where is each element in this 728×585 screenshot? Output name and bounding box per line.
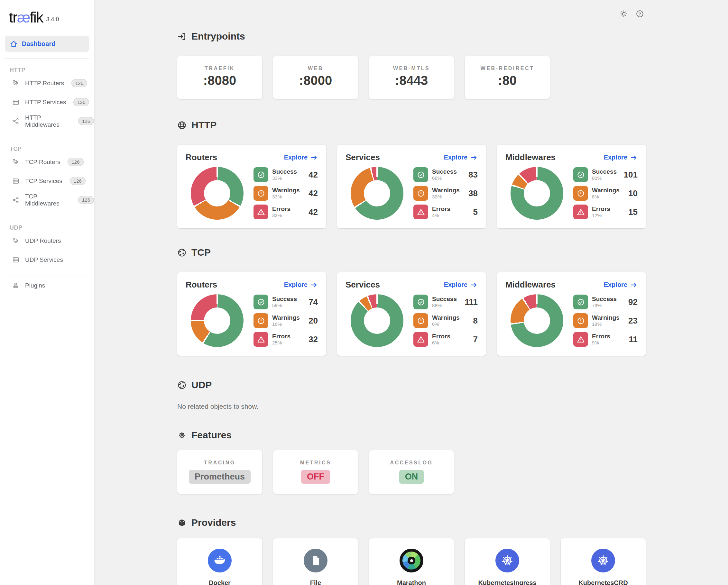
topbar-actions bbox=[620, 10, 644, 18]
help-icon[interactable] bbox=[636, 10, 644, 18]
success-icon bbox=[573, 295, 588, 310]
kubernetes-icon bbox=[591, 549, 615, 573]
providers-row: Docker File Marathon KubernetesIngress K… bbox=[177, 538, 728, 585]
errors-stat-row: Errors4% 5 bbox=[413, 205, 478, 219]
arrow-right-icon bbox=[310, 154, 318, 161]
entrypoints-section-title: Entrypoints bbox=[177, 31, 728, 42]
sidebar-section-http: HTTP bbox=[10, 67, 94, 74]
feature-card-accesslog: ACCESSLOG ON bbox=[369, 450, 454, 494]
status-donut-chart bbox=[350, 167, 404, 220]
count-badge: 126 bbox=[68, 158, 83, 166]
count-badge: 126 bbox=[78, 196, 94, 204]
count-badge: 126 bbox=[70, 177, 85, 185]
udp-section-title: UDP bbox=[177, 379, 728, 391]
warnings-stat-row: Warnings16% 20 bbox=[254, 313, 318, 328]
status-donut-chart bbox=[191, 167, 243, 220]
http-services-card: Services Explore Success66% 83 War bbox=[337, 145, 486, 228]
success-icon bbox=[254, 295, 268, 310]
entrypoint-card-web-mtls: WEB-MTLS :8443 bbox=[369, 56, 454, 99]
explore-link[interactable]: Explore bbox=[284, 154, 318, 161]
error-icon bbox=[254, 205, 268, 219]
errors-stat-row: Errors12% 15 bbox=[573, 205, 638, 219]
sidebar-item-http-middlewares[interactable]: HTTP Middlewares 126 bbox=[0, 112, 94, 131]
routers-icon bbox=[12, 158, 20, 166]
arrow-right-icon bbox=[470, 281, 478, 289]
features-section-title: Features bbox=[177, 430, 728, 441]
success-stat-row: Success80% 101 bbox=[573, 167, 638, 182]
services-icon bbox=[12, 256, 20, 264]
routers-icon bbox=[12, 237, 20, 245]
sidebar-item-udp-routers[interactable]: UDP Routers bbox=[0, 231, 94, 250]
success-icon bbox=[573, 167, 588, 182]
error-icon bbox=[573, 332, 588, 347]
card-title: Routers bbox=[186, 153, 217, 162]
arrow-right-icon bbox=[630, 154, 638, 161]
error-icon bbox=[254, 332, 268, 347]
http-cards-row: Routers Explore Success33% 42 Warn bbox=[177, 145, 728, 228]
file-icon bbox=[304, 549, 328, 573]
sidebar-section-udp: UDP bbox=[10, 224, 94, 231]
error-icon bbox=[573, 205, 588, 219]
services-icon bbox=[12, 177, 20, 185]
sidebar: træfik 3.4.0 Dashboard HTTP HTTP Routers… bbox=[0, 0, 94, 585]
sidebar-section-tcp: TCP bbox=[10, 146, 94, 153]
theme-toggle-icon[interactable] bbox=[620, 10, 628, 18]
routers-icon bbox=[12, 79, 20, 87]
plugins-icon bbox=[12, 282, 20, 289]
card-title: Middlewares bbox=[505, 280, 555, 290]
sidebar-item-dashboard[interactable]: Dashboard bbox=[5, 36, 89, 52]
entrypoint-card-traefik: TRAEFIK :8080 bbox=[177, 56, 262, 99]
tcp-services-card: Services Explore Success88% 111 Wa bbox=[337, 272, 486, 356]
gear-icon bbox=[177, 431, 187, 440]
entrypoint-card-web-redirect: WEB-REDIRECT :80 bbox=[465, 56, 550, 99]
sidebar-item-http-routers[interactable]: HTTP Routers 126 bbox=[0, 74, 94, 92]
sidebar-item-tcp-routers[interactable]: TCP Routers 126 bbox=[0, 153, 94, 171]
status-donut-chart bbox=[350, 294, 404, 347]
sidebar-item-label: Dashboard bbox=[22, 40, 55, 48]
explore-link[interactable]: Explore bbox=[444, 154, 478, 161]
sidebar-item-udp-services[interactable]: UDP Services bbox=[0, 250, 94, 269]
success-stat-row: Success88% 111 bbox=[413, 295, 478, 310]
entrypoint-card-web: WEB :8000 bbox=[273, 56, 358, 99]
login-icon bbox=[177, 32, 187, 41]
card-title: Middlewares bbox=[505, 153, 555, 162]
dashboard-main: Entrypoints TRAEFIK :8080 WEB :8000 WEB-… bbox=[94, 0, 728, 585]
sidebar-item-tcp-middlewares[interactable]: TCP Middlewares 126 bbox=[0, 190, 94, 209]
http-middlewares-card: Middlewares Explore Success80% 101 bbox=[497, 145, 646, 228]
errors-stat-row: Errors6% 7 bbox=[413, 332, 478, 347]
warnings-stat-row: Warnings8% 10 bbox=[573, 186, 638, 201]
status-donut-chart bbox=[191, 294, 243, 347]
provider-card-kubernetesingress: KubernetesIngress bbox=[465, 538, 550, 585]
tcp-cards-row: Routers Explore Success59% 74 Warn bbox=[177, 272, 728, 356]
warning-icon bbox=[254, 313, 268, 328]
sidebar-item-http-services[interactable]: HTTP Services 126 bbox=[0, 92, 94, 112]
warning-icon bbox=[413, 186, 428, 201]
count-badge: 126 bbox=[73, 98, 89, 106]
divider bbox=[4, 137, 89, 137]
sidebar-item-tcp-services[interactable]: TCP Services 126 bbox=[0, 171, 94, 190]
success-icon bbox=[254, 167, 268, 182]
explore-link[interactable]: Explore bbox=[604, 281, 638, 289]
warning-icon bbox=[573, 313, 588, 328]
tracing-value-pill: Prometheus bbox=[189, 470, 251, 484]
errors-stat-row: Errors25% 32 bbox=[254, 332, 318, 347]
metrics-status-pill: OFF bbox=[301, 470, 330, 484]
entrypoint-port: :80 bbox=[465, 73, 550, 88]
provider-card-docker: Docker bbox=[177, 538, 262, 585]
explore-link[interactable]: Explore bbox=[444, 281, 478, 289]
status-donut-chart bbox=[511, 167, 563, 220]
warnings-stat-row: Warnings6% 8 bbox=[413, 313, 478, 328]
entrypoint-port: :8080 bbox=[177, 73, 262, 88]
earth-icon bbox=[177, 248, 187, 257]
arrow-right-icon bbox=[310, 281, 318, 289]
success-icon bbox=[413, 295, 428, 310]
tcp-section-title: TCP bbox=[177, 247, 728, 258]
explore-link[interactable]: Explore bbox=[604, 154, 638, 161]
card-title: Services bbox=[345, 280, 380, 290]
accesslog-status-pill: ON bbox=[399, 470, 424, 484]
explore-link[interactable]: Explore bbox=[284, 281, 318, 289]
middlewares-icon bbox=[12, 196, 20, 204]
provider-card-file: File bbox=[273, 538, 358, 585]
tcp-routers-card: Routers Explore Success59% 74 Warn bbox=[177, 272, 326, 356]
sidebar-item-plugins[interactable]: Plugins bbox=[0, 276, 94, 295]
